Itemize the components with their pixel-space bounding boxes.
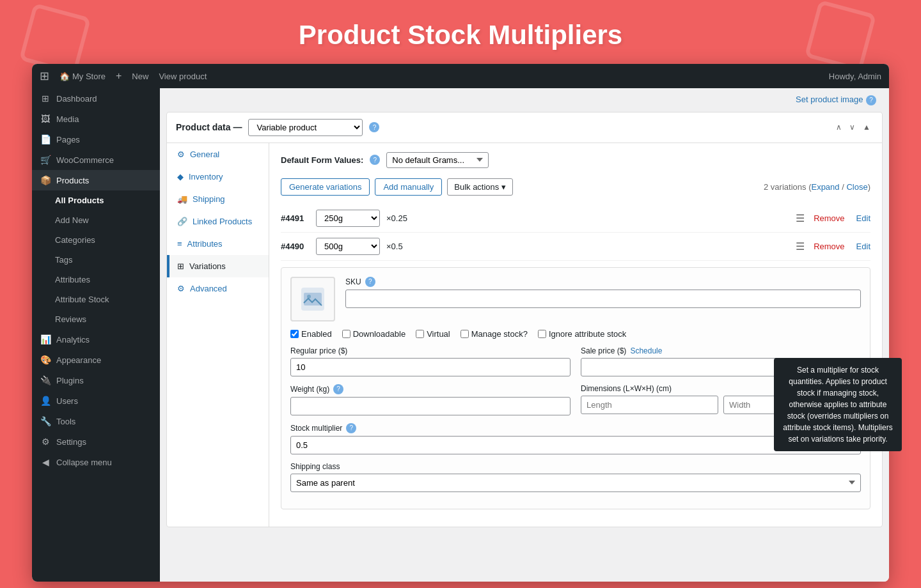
variations-actions: Generate variations Add manually Bulk ac… [281,178,870,196]
sidebar-item-woocommerce[interactable]: 🛒 WooCommerce [32,150,160,170]
virtual-check[interactable]: Virtual [416,329,450,339]
add-new-icon: + [116,70,122,82]
admin-bar-right: Howdy, Admin [829,72,881,81]
product-data-panel: Product data — Variable product Simple p… [166,112,883,527]
shipping-class-select[interactable]: Same as parent Standard Express [290,474,861,492]
sidebar-item-appearance[interactable]: 🎨 Appearance [32,350,160,370]
default-form-help[interactable]: ? [370,155,380,165]
tab-advanced[interactable]: ⚙ Advanced [167,277,269,300]
variation-edit-4491[interactable]: Edit [856,213,870,223]
variation-edit-4490[interactable]: Edit [856,242,870,251]
sidebar-item-products-parent[interactable]: 📦 Products [32,170,160,190]
sidebar-item-tags[interactable]: Tags [32,250,160,270]
page-hero-title: Product Stock Multipliers [299,20,622,50]
variation-menu-icon-4491[interactable]: ☰ [796,212,805,224]
attributes-tab-icon: ≡ [177,239,182,249]
linked-tab-icon: 🔗 [177,217,187,226]
sku-help-icon[interactable]: ? [365,277,375,287]
variation-multiplier-4490: ×0.5 [386,242,412,251]
bulk-chevron-icon: ▾ [501,182,506,192]
tab-shipping[interactable]: 🚚 Shipping [167,188,269,210]
variation-remove-4490[interactable]: Remove [814,242,844,251]
my-store-link[interactable]: 🏠 My Store [59,72,106,81]
set-product-image-help[interactable]: ? [866,95,876,105]
wp-logo[interactable]: ⊞ [40,69,49,83]
weight-input[interactable] [290,397,571,415]
sku-group: SKU ? [345,277,861,308]
panel-inner: ⚙ General ◆ Inventory 🚚 Shipping 🔗 [167,143,882,527]
tab-attributes[interactable]: ≡ Attributes [167,233,269,255]
default-form-values-row: Default Form Values: ? No default Grams.… [281,152,870,168]
sidebar-item-dashboard[interactable]: ⊞ Dashboard [32,88,160,109]
enabled-check[interactable]: Enabled [290,329,332,339]
close-link[interactable]: Close [846,182,867,192]
product-type-select[interactable]: Variable product Simple product Grouped … [248,119,363,136]
tab-linked-products[interactable]: 🔗 Linked Products [167,210,269,233]
set-product-image-link[interactable]: Set product image [796,95,863,104]
bulk-actions-button[interactable]: Bulk actions ▾ [447,178,513,196]
pages-icon: 📄 [40,134,51,144]
panel-help-icon[interactable]: ? [369,122,379,132]
arrow-down-icon[interactable]: ∨ [847,121,858,133]
regular-price-label: Regular price ($) [290,346,571,355]
variation-id-4491: #4491 [281,213,310,223]
arrow-collapse-icon[interactable]: ▲ [860,121,873,133]
sidebar-item-collapse[interactable]: ◀ Collapse menu [32,452,160,472]
sidebar-item-attribute-stock[interactable]: Attribute Stock [32,290,160,309]
sale-price-label: Sale price ($) Schedule [581,346,861,355]
regular-price-input[interactable] [290,358,571,376]
variation-remove-4491[interactable]: Remove [814,213,844,223]
view-product-link[interactable]: View product [159,72,207,81]
products-icon: 📦 [40,175,51,185]
variations-count: 2 variations (Expand / Close) [764,182,870,192]
new-link[interactable]: New [132,72,148,81]
sidebar-item-reviews[interactable]: Reviews [32,309,160,329]
products-submenu: All Products Add New Categories Tags Att… [32,190,160,329]
weight-help-icon[interactable]: ? [333,384,343,394]
settings-icon: ⚙ [40,437,51,447]
generate-variations-button[interactable]: Generate variations [281,178,370,196]
tab-variations[interactable]: ⊞ Variations [167,255,269,277]
users-icon: 👤 [40,396,51,406]
sidebar-item-tools[interactable]: 🔧 Tools [32,411,160,431]
expand-link[interactable]: Expand [811,182,839,192]
shipping-class-label: Shipping class [290,462,861,471]
tab-general[interactable]: ⚙ General [167,143,269,166]
main-content: Set product image ? Product data — Varia… [160,88,889,582]
sidebar-item-categories[interactable]: Categories [32,230,160,250]
sidebar-item-settings[interactable]: ⚙ Settings [32,431,160,452]
add-manually-button[interactable]: Add manually [375,178,442,196]
ignore-attr-stock-check[interactable]: Ignore attribute stock [538,329,626,339]
sidebar: ⊞ Dashboard 🖼 Media 📄 Pages 🛒 WooCommerc… [32,88,160,582]
variation-size-select-4491[interactable]: 250g500g [316,210,380,227]
schedule-link[interactable]: Schedule [630,346,662,355]
sidebar-item-attributes[interactable]: Attributes [32,270,160,290]
sku-label: SKU ? [345,277,861,287]
sidebar-item-all-products[interactable]: All Products [32,190,160,210]
admin-bar: ⊞ 🏠 My Store + New View product Howdy, A… [32,64,889,88]
default-form-select[interactable]: No default Grams... [386,152,489,168]
variation-image-upload[interactable] [290,277,335,321]
svg-point-2 [307,295,311,298]
manage-stock-check[interactable]: Manage stock? [460,329,528,339]
variation-size-select-4490[interactable]: 500g250g [316,238,380,255]
shipping-class-group: Shipping class Same as parent Standard E… [290,462,861,492]
variation-menu-icon-4490[interactable]: ☰ [796,240,805,252]
sku-input[interactable] [345,290,861,308]
variations-tab-icon: ⊞ [177,261,184,271]
downloadable-check[interactable]: Downloadable [342,329,405,339]
arrow-up-icon[interactable]: ∧ [833,121,844,133]
sidebar-item-media[interactable]: 🖼 Media [32,109,160,129]
advanced-tab-icon: ⚙ [177,284,185,293]
sidebar-item-users[interactable]: 👤 Users [32,391,160,411]
appearance-icon: 🎨 [40,355,51,365]
sidebar-item-pages[interactable]: 📄 Pages [32,129,160,150]
dashboard-icon: ⊞ [40,93,51,104]
sidebar-item-analytics[interactable]: 📊 Analytics [32,329,160,350]
length-input[interactable] [581,396,718,414]
stock-multiplier-help-icon[interactable]: ? [346,423,356,433]
sidebar-item-plugins[interactable]: 🔌 Plugins [32,370,160,391]
sidebar-item-add-new[interactable]: Add New [32,210,160,230]
variation-row-4490: #4490 500g250g ×0.5 ☰ Remove Edit [281,233,870,261]
tab-inventory[interactable]: ◆ Inventory [167,166,269,188]
